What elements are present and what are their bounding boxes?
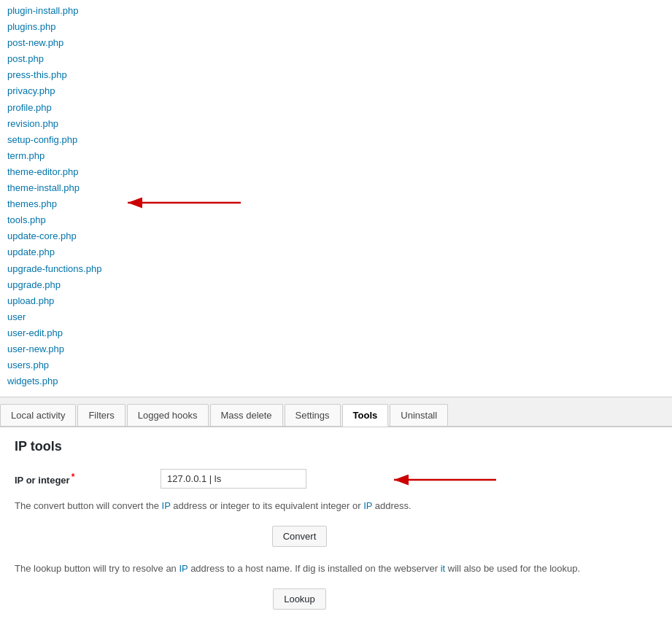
file-list-item[interactable]: post-new.php (7, 35, 665, 51)
tab-tools[interactable]: Tools (342, 404, 389, 427)
ip-label: IP or integer* (15, 472, 161, 486)
file-list-item[interactable]: theme-editor.php (7, 164, 665, 180)
file-list-item[interactable]: tools.php (7, 212, 665, 228)
file-list-item[interactable]: update-core.php (7, 228, 665, 244)
tabs-bar: Local activityFiltersLogged hooksMass de… (0, 397, 672, 427)
file-list-item[interactable]: post.php (7, 51, 665, 67)
file-list-item[interactable]: theme-install.php (7, 180, 665, 196)
ip-input[interactable] (161, 469, 306, 489)
file-list-item[interactable]: revision.php (7, 116, 665, 132)
file-list-area: plugin-install.phpplugins.phppost-new.ph… (0, 0, 672, 397)
lookup-description: The lookup button will try to resolve an… (15, 561, 657, 577)
file-list-item[interactable]: user (7, 309, 665, 325)
file-list: plugin-install.phpplugins.phppost-new.ph… (7, 3, 665, 389)
tools-title: IP tools (15, 439, 657, 454)
file-list-item[interactable]: privacy.php (7, 83, 665, 99)
lookup-btn-row: Lookup (0, 588, 657, 610)
file-list-item[interactable]: user-new.php (7, 341, 665, 357)
file-list-item[interactable]: setup-config.php (7, 132, 665, 148)
tab-local-activity[interactable]: Local activity (0, 404, 76, 426)
tab-filters[interactable]: Filters (77, 404, 125, 426)
file-list-item[interactable]: profile.php (7, 100, 665, 116)
file-list-item[interactable]: upgrade-functions.php (7, 261, 665, 277)
file-list-item[interactable]: press-this.php (7, 67, 665, 83)
file-list-item[interactable]: user-edit.php (7, 325, 665, 341)
lookup-button[interactable]: Lookup (273, 588, 326, 610)
file-list-item[interactable]: upload.php (7, 293, 665, 309)
ip-form-row: IP or integer* (15, 469, 657, 489)
tab-logged-hooks[interactable]: Logged hooks (127, 404, 209, 426)
tab-settings[interactable]: Settings (285, 404, 341, 426)
file-list-item[interactable]: plugins.php (7, 19, 665, 35)
file-list-item[interactable]: themes.php (7, 196, 665, 212)
file-list-item[interactable]: upgrade.php (7, 277, 665, 293)
convert-description: The convert button will convert the IP a… (15, 499, 657, 514)
tab-mass-delete[interactable]: Mass delete (210, 404, 283, 426)
arrow-annotation-input (387, 470, 503, 489)
file-list-item[interactable]: users.php (7, 357, 665, 373)
file-list-item[interactable]: widgets.php (7, 373, 665, 389)
tab-uninstall[interactable]: Uninstall (390, 404, 448, 426)
file-list-item[interactable]: plugin-install.php (7, 3, 665, 19)
file-list-item[interactable]: update.php (7, 244, 665, 260)
convert-button[interactable]: Convert (272, 526, 328, 547)
convert-btn-row: Convert (0, 526, 657, 547)
tools-panel: IP tools IP or integer* The convert butt… (0, 427, 672, 622)
file-list-item[interactable]: term.php (7, 148, 665, 164)
